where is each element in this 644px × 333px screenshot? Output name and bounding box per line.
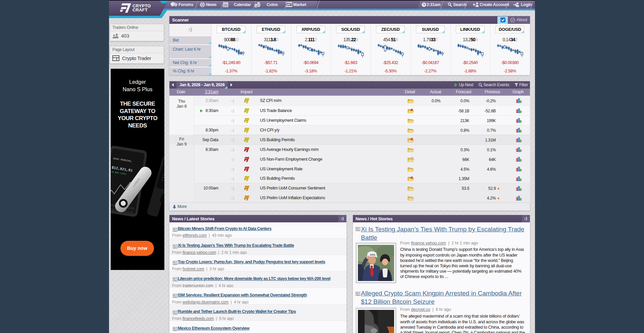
svg-text:USA: USA — [370, 253, 375, 256]
